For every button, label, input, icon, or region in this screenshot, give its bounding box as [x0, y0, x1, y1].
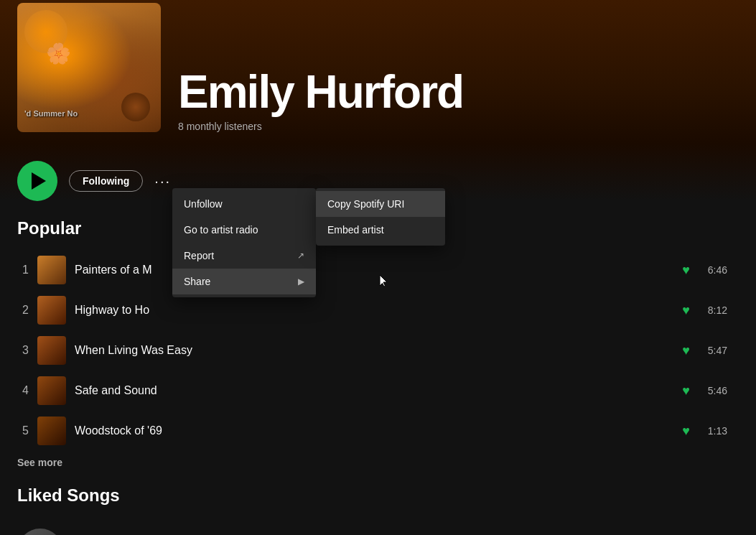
track-duration: 1:13 — [699, 425, 727, 437]
context-menu-report[interactable]: Report ↗ — [172, 243, 316, 269]
listener-count: 8 — [178, 121, 184, 132]
track-liked-icon[interactable]: ♥ — [682, 263, 690, 278]
track-item[interactable]: 4 Safe and Sound ♥ 5:46 — [17, 371, 739, 411]
track-duration: 8:12 — [699, 304, 727, 316]
liked-songs-thumbnail: 👤 — [17, 529, 63, 535]
cover-text: 'd Summer No — [24, 109, 154, 118]
track-name: Safe and Sound — [75, 384, 673, 397]
play-button[interactable] — [17, 161, 57, 201]
artist-cover-image: 🌸 'd Summer No — [17, 3, 161, 132]
track-item[interactable]: 5 Woodstock of '69 ♥ 1:13 — [17, 411, 739, 451]
copy-spotify-uri-button[interactable]: Copy Spotify URI — [316, 191, 445, 217]
track-liked-icon[interactable]: ♥ — [682, 303, 690, 318]
following-button[interactable]: Following — [69, 170, 143, 192]
liked-songs-section: 👤 You've liked 10 songs — [17, 517, 739, 535]
track-number: 1 — [17, 264, 29, 276]
play-icon — [32, 172, 46, 190]
track-item[interactable]: 3 When Living Was Easy ♥ 5:47 — [17, 330, 739, 371]
artist-info: Emily Hurford 8 monthly listeners — [178, 69, 739, 132]
track-name: Woodstock of '69 — [75, 424, 673, 437]
context-menu-share[interactable]: Share ▶ — [172, 269, 316, 294]
track-name: Painters of a M — [75, 264, 673, 276]
liked-songs-section-title: Liked Songs — [17, 485, 739, 506]
track-thumbnail — [37, 417, 66, 445]
context-menu-unfollow[interactable]: Unfollow — [172, 191, 316, 217]
track-name: When Living Was Easy — [75, 344, 673, 357]
track-number: 3 — [17, 344, 29, 357]
track-duration: 5:47 — [699, 345, 727, 356]
listener-label: monthly listeners — [187, 121, 262, 132]
artist-header: 🌸 'd Summer No Emily Hurford 8 monthly l… — [0, 0, 756, 144]
track-liked-icon[interactable]: ♥ — [682, 383, 690, 399]
share-submenu: Copy Spotify URI Embed artist — [316, 188, 445, 246]
track-number: 2 — [17, 304, 29, 317]
track-name: Highway to Ho — [75, 304, 673, 317]
embed-artist-button[interactable]: Embed artist — [316, 217, 445, 243]
track-thumbnail — [37, 336, 66, 365]
track-liked-icon[interactable]: ♥ — [682, 343, 690, 358]
context-menu-artist-radio[interactable]: Go to artist radio — [172, 217, 316, 243]
track-item[interactable]: 1 Painters of a M ♥ 6:46 — [17, 250, 739, 290]
track-item[interactable]: 2 Highway to Ho ♥ 8:12 — [17, 290, 739, 330]
submenu-arrow-icon: ▶ — [298, 276, 304, 287]
context-menu: Unfollow Go to artist radio Report ↗ Sha… — [172, 188, 316, 297]
track-number: 4 — [17, 384, 29, 397]
see-more-button[interactable]: See more — [17, 457, 62, 468]
track-liked-icon[interactable]: ♥ — [682, 424, 690, 439]
artist-name: Emily Hurford — [178, 69, 739, 115]
track-thumbnail — [37, 256, 66, 284]
track-number: 5 — [17, 424, 29, 437]
more-options-button[interactable]: ··· — [154, 173, 171, 190]
track-duration: 5:46 — [699, 385, 727, 396]
external-link-icon: ↗ — [297, 251, 304, 261]
track-list: 1 Painters of a M ♥ 6:46 2 Highway to Ho… — [17, 250, 739, 451]
track-thumbnail — [37, 296, 66, 325]
track-thumbnail — [37, 376, 66, 405]
track-duration: 6:46 — [699, 264, 727, 276]
monthly-listeners: 8 monthly listeners — [178, 121, 739, 132]
